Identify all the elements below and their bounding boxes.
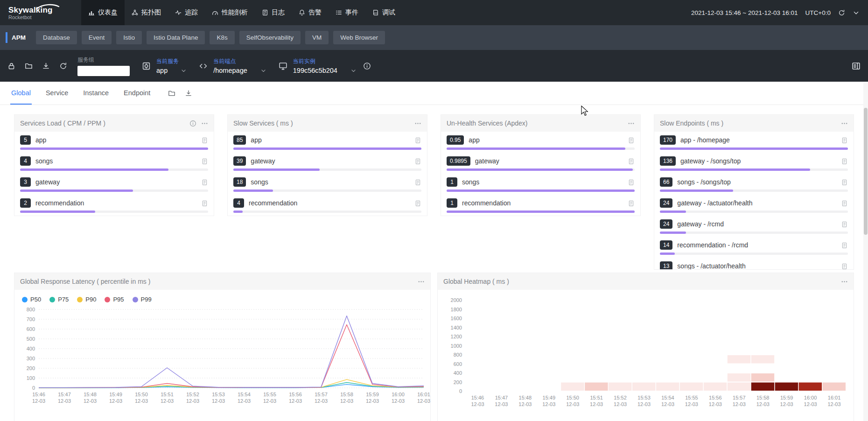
clipboard-icon[interactable] [628,179,635,186]
legend-item[interactable]: P99 [133,296,152,303]
clipboard-icon[interactable] [841,137,848,144]
download-icon[interactable] [42,62,50,70]
folder-icon[interactable] [25,62,33,70]
nav-item[interactable]: 性能剖析 [205,0,255,25]
more-icon[interactable] [414,120,421,127]
metric-value-badge: 85 [233,135,246,145]
info-icon[interactable] [189,120,196,127]
logo-swoosh-icon [35,3,60,10]
info-icon[interactable] [363,62,371,70]
metric-label: app [469,136,623,144]
chevron-down-icon[interactable] [350,68,357,74]
legend-item[interactable]: P90 [77,296,96,303]
clipboard-icon[interactable] [841,200,848,207]
selector-label: 当前实例 [293,57,357,65]
clipboard-icon[interactable] [414,179,421,186]
clipboard-icon[interactable] [201,200,208,207]
svg-text:15:5612-03: 15:5612-03 [709,395,722,407]
clipboard-icon[interactable] [201,179,208,186]
legend-label: P75 [58,296,69,303]
clipboard-icon[interactable] [414,200,421,207]
selector-label: 当前端点 [213,57,266,65]
chevron-down-icon[interactable] [853,9,860,16]
dashboard-tab[interactable]: Web Browser [333,31,385,44]
metric-row: 136gateway - /songs/top [654,153,854,174]
metric-row: 66songs - /songs/top [654,174,854,195]
dashboard-tab[interactable]: Database [36,31,77,44]
legend-dot [77,297,83,302]
dashboard-tab[interactable]: VM [305,31,329,44]
dashboard-tab[interactable]: Istio Data Plane [147,31,205,44]
service-group-input[interactable] [77,66,130,76]
metric-row: 18songs [228,174,427,195]
nav-item[interactable]: 调试 [365,0,402,25]
clipboard-icon[interactable] [628,200,635,207]
legend-item[interactable]: P50 [22,296,41,303]
nav-item[interactable]: 告警 [292,0,329,25]
service-group-label: 服务组 [77,56,130,64]
clipboard-icon[interactable] [201,137,208,144]
entity-selector[interactable]: 当前端点/homepage [199,57,266,74]
nav-item-label: 调试 [382,8,395,17]
panel-toggle-icon[interactable] [852,62,861,70]
refresh-icon[interactable] [838,9,845,16]
clipboard-icon[interactable] [841,158,848,165]
more-icon[interactable] [841,120,848,127]
nav-item[interactable]: 日志 [255,0,292,25]
dashboard-tab[interactable]: Istio [116,31,142,44]
clipboard-icon[interactable] [201,158,208,165]
more-icon[interactable] [841,278,848,285]
scope-tab[interactable]: Instance [82,82,110,105]
scope-tab[interactable]: Service [45,82,69,105]
metric-label: gateway - /actuator/health [677,199,836,207]
logo[interactable]: Skywalking Rocketbot [8,6,68,20]
metric-label: recommendation - /rcmd [677,241,836,249]
dashboard-tab[interactable]: APM [6,32,31,43]
metric-label: recommendation [35,199,196,207]
metric-bar [233,210,421,213]
metric-bar [233,189,421,192]
time-range[interactable]: 2021-12-03 15:46 ~ 2021-12-03 16:01 [691,9,798,16]
svg-text:400: 400 [27,346,35,351]
timezone-label[interactable]: UTC+0:0 [805,9,831,16]
chevron-down-icon[interactable] [260,68,266,74]
entity-selector[interactable]: 当前服务app [142,57,187,74]
metric-value-badge: 2 [20,198,31,208]
clipboard-icon[interactable] [628,137,635,144]
nav-item[interactable]: 拓扑图 [125,0,168,25]
scope-tab[interactable]: Endpoint [123,82,151,105]
clipboard-icon[interactable] [841,221,848,228]
dashboard-tab[interactable]: Event [82,31,112,44]
refresh-icon[interactable] [59,62,67,70]
folder-icon[interactable] [168,90,175,97]
clipboard-icon[interactable] [628,158,635,165]
metric-bar [20,210,208,213]
clipboard-icon[interactable] [414,137,421,144]
lock-icon[interactable] [7,62,15,70]
clipboard-icon[interactable] [841,242,848,249]
clipboard-icon[interactable] [414,158,421,165]
nav-item[interactable]: 追踪 [168,0,205,25]
dashboard-tab[interactable]: K8s [210,31,234,44]
legend-item[interactable]: P95 [105,296,124,303]
download-icon[interactable] [185,90,192,97]
legend-item[interactable]: P75 [49,296,69,303]
more-icon[interactable] [628,120,635,127]
metric-label: recommendation [462,199,623,207]
nav-item[interactable]: 仪表盘 [81,0,125,25]
metric-label: app - /homepage [680,136,836,144]
entity-selector[interactable]: 当前实例199c56c5b204 [279,57,357,74]
selector-label: 当前服务 [156,57,187,65]
clipboard-icon[interactable] [841,263,848,270]
chevron-down-icon[interactable] [181,68,187,74]
profile-icon [212,9,218,16]
metric-value-badge: 1 [447,198,457,208]
scrollbar-thumb[interactable] [864,108,868,235]
dashboard-tab[interactable]: SelfObservability [239,31,301,44]
more-icon[interactable] [418,278,425,285]
more-icon[interactable] [201,120,208,127]
nav-item[interactable]: 事件 [329,0,365,25]
clipboard-icon[interactable] [841,179,848,186]
metric-label: songs [35,157,196,165]
scope-tab[interactable]: Global [10,82,32,105]
